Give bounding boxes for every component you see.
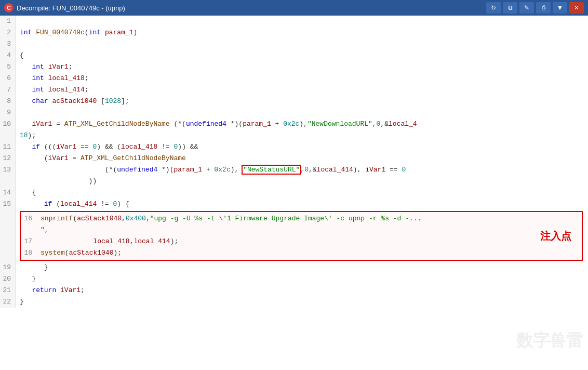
code-line-16b: ", xyxy=(21,224,582,236)
line-content-17: local_418,local_414); xyxy=(36,236,582,247)
line-num-11: 11 xyxy=(0,141,16,153)
dropdown-button[interactable]: ▼ xyxy=(553,2,567,14)
line-num-21: 21 xyxy=(0,285,16,296)
code-line-2: 2 int FUN_0040749c(int param_1) xyxy=(0,27,588,38)
line-content-16: snprintf(acStack1040,0x400,"upg -g -U %s… xyxy=(36,213,582,224)
code-line-10b: 18); xyxy=(0,130,588,141)
line-content-1 xyxy=(16,16,588,27)
code-line-7: 7 int local_414; xyxy=(0,84,588,96)
line-num-10b xyxy=(0,130,16,141)
line-content-5: int iVar1; xyxy=(16,61,588,73)
line-content-18: system(acStack1040); xyxy=(36,247,582,259)
line-content-2: int FUN_0040749c(int param_1) xyxy=(16,27,588,38)
line-content-11: if (((iVar1 == 0) && (local_418 != 0)) &… xyxy=(16,141,588,153)
code-line-9: 9 xyxy=(0,107,588,118)
code-line-13b: )) xyxy=(0,176,588,187)
line-content-8: char acStack1040 [1028]; xyxy=(16,96,588,107)
code-line-19: 19 } xyxy=(0,262,588,273)
app-icon: C xyxy=(4,3,14,12)
edit-button[interactable]: ✎ xyxy=(519,2,534,14)
code-line-8: 8 char acStack1040 [1028]; xyxy=(0,96,588,107)
close-button[interactable]: ✕ xyxy=(569,2,584,14)
line-num-1: 1 xyxy=(0,16,16,27)
line-num-22: 22 xyxy=(0,296,16,308)
code-area: 1 2 int FUN_0040749c(int param_1) 3 4 { … xyxy=(0,16,588,355)
line-content-20: } xyxy=(16,273,588,285)
line-content-3 xyxy=(16,38,588,50)
line-content-13: (*(undefined4 *)(param_1 + 0x2c), "NewSt… xyxy=(16,164,588,176)
line-num-8: 8 xyxy=(0,96,16,107)
line-num-2: 2 xyxy=(0,27,16,38)
code-line-21: 21 return iVar1; xyxy=(0,285,588,296)
line-num-13: 13 xyxy=(0,164,16,176)
line-content-19: } xyxy=(16,262,588,273)
line-content-16b: ", xyxy=(36,224,582,236)
code-line-13: 13 (*(undefined4 *)(param_1 + 0x2c), "Ne… xyxy=(0,164,588,176)
code-line-18: 18 system(acStack1040); xyxy=(21,247,582,259)
line-content-10b: 18); xyxy=(16,130,588,141)
line-num-13b xyxy=(0,176,16,187)
injection-box: 16 snprintf(acStack1040,0x400,"upg -g -U… xyxy=(0,210,588,262)
line-content-14: { xyxy=(16,187,588,199)
code-line-20: 20 } xyxy=(0,273,588,285)
new-status-url-string: "NewStatusURL" xyxy=(243,166,300,174)
code-line-22: 22 } xyxy=(0,296,588,308)
line-num-12: 12 xyxy=(0,153,16,164)
code-line-3: 3 xyxy=(0,38,588,50)
line-num-19: 19 xyxy=(0,262,16,273)
titlebar: C Decompile: FUN_0040749c - (upnp) ↻ ⧉ ✎… xyxy=(0,0,588,16)
code-line-1: 1 xyxy=(0,16,588,27)
code-line-14: 14 { xyxy=(0,187,588,199)
code-line-17: 17 local_418,local_414); xyxy=(21,236,582,247)
line-content-21: return iVar1; xyxy=(16,285,588,296)
code-line-10: 10 iVar1 = ATP_XML_GetChildNodeByName (*… xyxy=(0,118,588,130)
line-content-10: iVar1 = ATP_XML_GetChildNodeByName (*(un… xyxy=(16,118,588,130)
line-num-7: 7 xyxy=(0,84,16,96)
line-content-4: { xyxy=(16,50,588,61)
code-line-12: 12 (iVar1 = ATP_XML_GetChildNodeByName xyxy=(0,153,588,164)
print-button[interactable]: ⎙ xyxy=(536,2,551,14)
line-num-4: 4 xyxy=(0,50,16,61)
code-line-16: 16 snprintf(acStack1040,0x400,"upg -g -U… xyxy=(21,213,582,224)
code-line-11: 11 if (((iVar1 == 0) && (local_418 != 0)… xyxy=(0,141,588,153)
line-num-18: 18 xyxy=(21,247,36,259)
line-content-7: int local_414; xyxy=(16,84,588,96)
line-num-17: 17 xyxy=(21,236,36,247)
code-line-6: 6 int local_418; xyxy=(0,73,588,84)
line-num-20: 20 xyxy=(0,273,16,285)
refresh-button[interactable]: ↻ xyxy=(486,2,501,14)
watermark: 数字兽雷 xyxy=(516,331,583,350)
line-num-16: 16 xyxy=(21,213,36,224)
code-line-5: 5 int iVar1; xyxy=(0,61,588,73)
line-num-5: 5 xyxy=(0,61,16,73)
code-line-4: 4 { xyxy=(0,50,588,61)
line-content-15: if (local_414 != 0) { xyxy=(16,199,588,210)
titlebar-left: C Decompile: FUN_0040749c - (upnp) xyxy=(4,3,125,12)
line-content-9 xyxy=(16,107,588,118)
window-title: Decompile: FUN_0040749c - (upnp) xyxy=(17,4,125,12)
line-num-10: 10 xyxy=(0,118,16,130)
line-content-13b: )) xyxy=(16,176,588,187)
line-num-16b xyxy=(21,224,36,236)
line-num-14: 14 xyxy=(0,187,16,199)
line-content-22: } xyxy=(16,296,588,308)
line-num-3: 3 xyxy=(0,38,16,50)
line-content-12: (iVar1 = ATP_XML_GetChildNodeByName xyxy=(16,153,588,164)
window-controls: ↻ ⧉ ✎ ⎙ ▼ ✕ xyxy=(486,2,584,14)
line-num-9: 9 xyxy=(0,107,16,118)
code-line-15: 15 if (local_414 != 0) { xyxy=(0,199,588,210)
line-num-6: 6 xyxy=(0,73,16,84)
line-content-6: int local_418; xyxy=(16,73,588,84)
line-num-15: 15 xyxy=(0,199,16,210)
copy-button[interactable]: ⧉ xyxy=(503,2,517,14)
